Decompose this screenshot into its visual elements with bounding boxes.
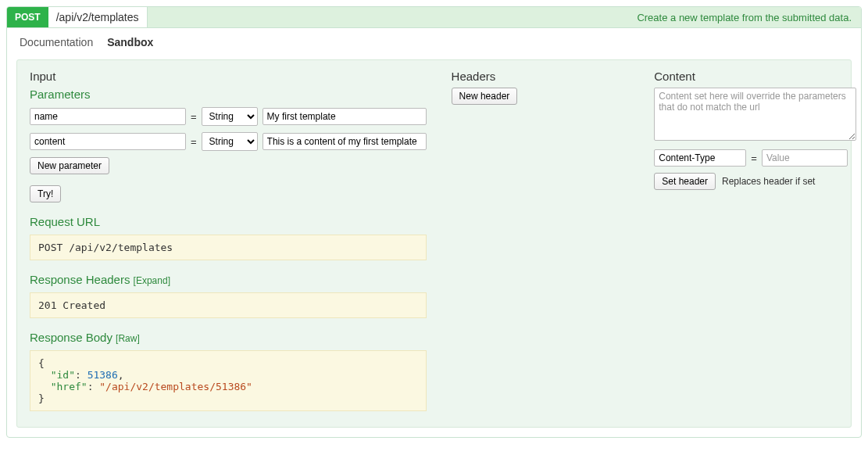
sandbox-content: Input Parameters = String = String — [16, 59, 852, 428]
response-body-block: { "id": 51386, "href": "/api/v2/template… — [30, 350, 427, 411]
tab-sandbox[interactable]: Sandbox — [107, 36, 153, 53]
response-body-label: Response Body — [30, 331, 113, 344]
try-button[interactable]: Try! — [30, 185, 61, 202]
response-headers-block: 201 Created — [30, 292, 427, 318]
tabs: Documentation Sandbox — [7, 28, 861, 53]
equals-sign: = — [191, 111, 197, 123]
response-headers-label: Response Headers — [30, 273, 130, 286]
response-body-title: Response Body [Raw] — [30, 331, 427, 344]
set-header-button[interactable]: Set header — [654, 173, 716, 190]
endpoint-path: /api/v2/templates — [48, 7, 148, 27]
panel-header: POST /api/v2/templates Create a new temp… — [7, 7, 861, 28]
raw-link[interactable]: [Raw] — [116, 333, 140, 344]
content-type-value-input[interactable] — [762, 149, 848, 167]
param-type-select[interactable]: String — [202, 132, 258, 151]
api-sandbox-panel: POST /api/v2/templates Create a new temp… — [6, 6, 862, 438]
request-url-block: POST /api/v2/templates — [30, 235, 427, 260]
content-column: Content = Set header Replaces header if … — [654, 70, 856, 411]
http-method-badge: POST — [7, 7, 48, 27]
tab-documentation[interactable]: Documentation — [20, 36, 93, 53]
param-name-input[interactable] — [30, 108, 186, 125]
equals-sign: = — [191, 136, 197, 148]
content-title: Content — [654, 70, 856, 83]
equals-sign: = — [751, 152, 757, 164]
expand-link[interactable]: [Expand] — [134, 275, 170, 286]
response-headers-title: Response Headers [Expand] — [30, 273, 427, 286]
new-parameter-button[interactable]: New parameter — [30, 157, 109, 174]
headers-title: Headers — [452, 70, 630, 83]
param-type-select[interactable]: String — [202, 107, 258, 126]
set-header-hint: Replaces header if set — [722, 176, 815, 187]
content-textarea[interactable] — [654, 88, 856, 141]
request-url-title: Request URL — [30, 215, 427, 228]
headers-column: Headers New header — [452, 70, 630, 411]
param-name-input[interactable] — [30, 133, 186, 150]
new-header-button[interactable]: New header — [452, 88, 518, 105]
parameter-row: = String — [30, 132, 427, 151]
param-value-input[interactable] — [263, 108, 427, 125]
input-title: Input — [30, 70, 427, 83]
endpoint-description: Create a new template from the submitted… — [627, 8, 861, 27]
param-value-input[interactable] — [263, 133, 427, 150]
parameters-title: Parameters — [30, 88, 427, 101]
parameter-row: = String — [30, 107, 427, 126]
content-type-name-input[interactable] — [654, 149, 746, 167]
input-column: Input Parameters = String = String — [30, 70, 427, 411]
